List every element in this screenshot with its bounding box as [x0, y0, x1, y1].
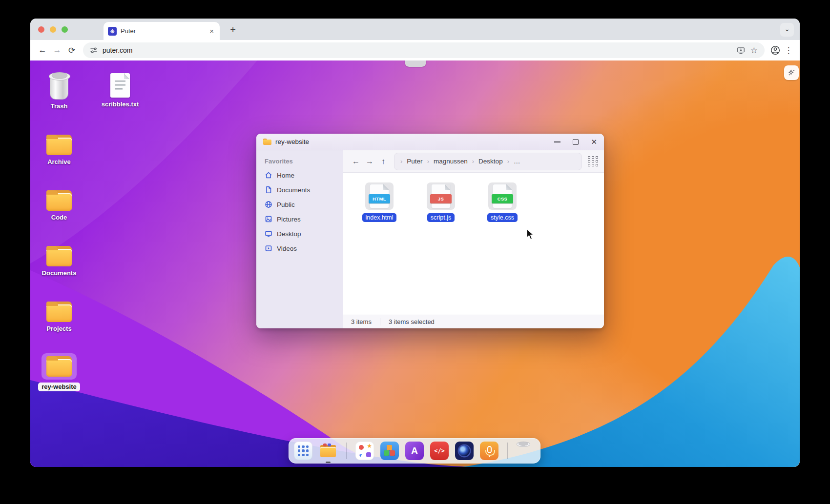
sidebar-header: Favorites [265, 158, 335, 165]
desktop-icon-scribbles[interactable]: scribbles.txt [97, 73, 144, 108]
menubar-notch[interactable] [405, 60, 426, 67]
traffic-lights [38, 19, 68, 40]
nav-back-icon[interactable]: ← [349, 157, 363, 166]
status-divider [380, 318, 380, 325]
sparkle-extension-button[interactable] [784, 65, 799, 80]
breadcrumb-chevron-icon: › [472, 158, 474, 165]
file-item-style-css[interactable]: CSS style.css [480, 182, 524, 222]
file-manager-window: rey-website ✕ Favorites Home [256, 134, 604, 328]
back-icon[interactable]: ← [35, 45, 50, 55]
nav-forward-icon[interactable]: → [363, 157, 376, 166]
dock-file-manager-icon[interactable] [319, 442, 337, 460]
desktop-icon-trash[interactable]: Trash [36, 72, 83, 110]
folder-icon [46, 356, 72, 377]
folder-icon [46, 246, 72, 266]
url-text[interactable]: puter.com [103, 46, 731, 54]
tab-search-chevron-icon[interactable]: ⌄ [780, 23, 794, 37]
desktop-icon-label: Archive [47, 158, 71, 166]
status-selected-count: 3 items selected [389, 318, 435, 325]
install-app-icon[interactable] [736, 46, 746, 55]
tab-title: Puter [121, 27, 208, 35]
site-info-icon[interactable] [90, 46, 98, 54]
reload-icon[interactable]: ⟳ [64, 45, 79, 56]
file-name-selected: style.css [487, 213, 518, 222]
sparkle-icon [787, 68, 796, 77]
window-title: rey-website [275, 138, 309, 145]
desktop-icon [265, 230, 272, 238]
window-minimize-icon[interactable] [554, 141, 560, 142]
close-window-button[interactable] [38, 26, 44, 33]
menu-icon[interactable]: ⋮ [782, 45, 795, 56]
window-toolbar: ← → ↑ › Puter › magnussen › Desktop › [343, 150, 604, 173]
dock-camera-icon[interactable] [455, 442, 474, 460]
desktop-icon-documents[interactable]: Documents [36, 246, 83, 277]
puter-desktop[interactable]: Trash scribbles.txt Archive Code Documen… [30, 60, 800, 467]
window-folder-icon [263, 139, 271, 145]
desktop-icon-label: scribbles.txt [102, 101, 139, 108]
dock-voice-recorder-icon[interactable] [480, 442, 498, 460]
breadcrumb-item-desktop[interactable]: Desktop [478, 158, 503, 165]
screenshot-stage: ❋ Puter × + ⌄ ← → ⟳ puter.com [0, 0, 830, 504]
tab-strip: ❋ Puter × + ⌄ [30, 19, 800, 40]
minimize-window-button[interactable] [50, 26, 56, 33]
forward-icon[interactable]: → [50, 45, 64, 55]
picture-icon [265, 215, 272, 223]
dock-code-editor-icon[interactable]: </> [430, 442, 449, 460]
window-sidebar: Favorites Home Documents Public [256, 150, 343, 328]
browser-toolbar: ← → ⟳ puter.com ☆ [30, 40, 800, 60]
zoom-window-button[interactable] [62, 26, 68, 33]
file-name-selected: script.js [427, 213, 455, 222]
desktop-icon-label-selected: rey-website [38, 383, 80, 391]
breadcrumb-chevron-icon: › [427, 158, 429, 165]
sidebar-item-videos[interactable]: Videos [265, 244, 335, 252]
breadcrumb[interactable]: › Puter › magnussen › Desktop › … [394, 153, 582, 170]
window-statusbar: 3 items 3 items selected [343, 315, 604, 328]
address-bar[interactable]: puter.com ☆ [83, 42, 765, 58]
file-selection-tile: CSS [488, 182, 517, 210]
desktop-icon-code[interactable]: Code [36, 190, 83, 222]
browser-tab[interactable]: ❋ Puter × [104, 22, 220, 40]
dock-trash-icon[interactable] [517, 442, 535, 460]
folder-icon [46, 302, 72, 322]
dock-text-editor-icon[interactable]: A [405, 442, 424, 460]
window-maximize-icon[interactable] [573, 139, 579, 145]
file-item-script-js[interactable]: JS script.js [419, 182, 463, 222]
dock-divider [346, 443, 347, 459]
breadcrumb-item-puter[interactable]: Puter [407, 158, 422, 165]
file-list-area[interactable]: HTML index.html JS script.js [343, 173, 604, 315]
new-tab-button[interactable]: + [226, 23, 240, 38]
mouse-cursor [525, 228, 535, 242]
breadcrumb-chevron-icon: › [400, 158, 402, 165]
folder-icon [46, 135, 72, 155]
globe-icon [265, 201, 272, 208]
desktop-icon-rey-website-selected[interactable]: rey-website [36, 353, 83, 391]
window-titlebar[interactable]: rey-website ✕ [256, 134, 604, 150]
tab-close-icon[interactable]: × [208, 27, 215, 35]
dock-app-center-icon[interactable]: ★ ➤ [355, 442, 374, 460]
sidebar-item-documents[interactable]: Documents [265, 186, 335, 194]
desktop-icon-label: Projects [46, 325, 71, 333]
dock-blocks-app-icon[interactable] [380, 442, 399, 460]
profile-icon[interactable] [768, 45, 782, 56]
bookmark-star-icon[interactable]: ☆ [750, 45, 758, 56]
dock-app-launcher-icon[interactable] [294, 442, 312, 460]
grid-view-icon[interactable] [588, 156, 598, 166]
desktop-icon-projects[interactable]: Projects [36, 302, 83, 333]
sidebar-item-pictures[interactable]: Pictures [265, 215, 335, 223]
html-file-icon: HTML [370, 184, 389, 208]
sidebar-item-desktop[interactable]: Desktop [265, 230, 335, 238]
breadcrumb-item-ellipsis[interactable]: … [514, 158, 520, 165]
window-close-icon[interactable]: ✕ [591, 138, 597, 145]
dock: ★ ➤ A </> [289, 438, 540, 464]
running-indicator [326, 462, 331, 463]
document-icon [265, 186, 272, 194]
trash-can-icon [48, 72, 70, 100]
nav-up-icon[interactable]: ↑ [376, 157, 390, 166]
sidebar-item-public[interactable]: Public [265, 201, 335, 208]
video-icon [265, 244, 272, 252]
home-icon [265, 171, 272, 179]
file-item-index-html[interactable]: HTML index.html [357, 182, 401, 222]
breadcrumb-item-magnussen[interactable]: magnussen [434, 158, 468, 165]
desktop-icon-archive[interactable]: Archive [36, 135, 83, 166]
sidebar-item-home[interactable]: Home [265, 171, 335, 179]
